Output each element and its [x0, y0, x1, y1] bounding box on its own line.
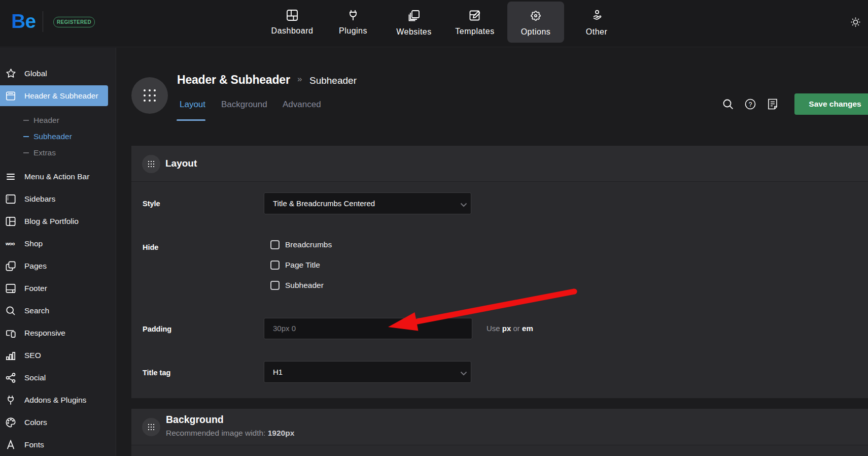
svg-text:?: ? [749, 101, 752, 108]
svg-text:woo: woo [6, 241, 15, 246]
